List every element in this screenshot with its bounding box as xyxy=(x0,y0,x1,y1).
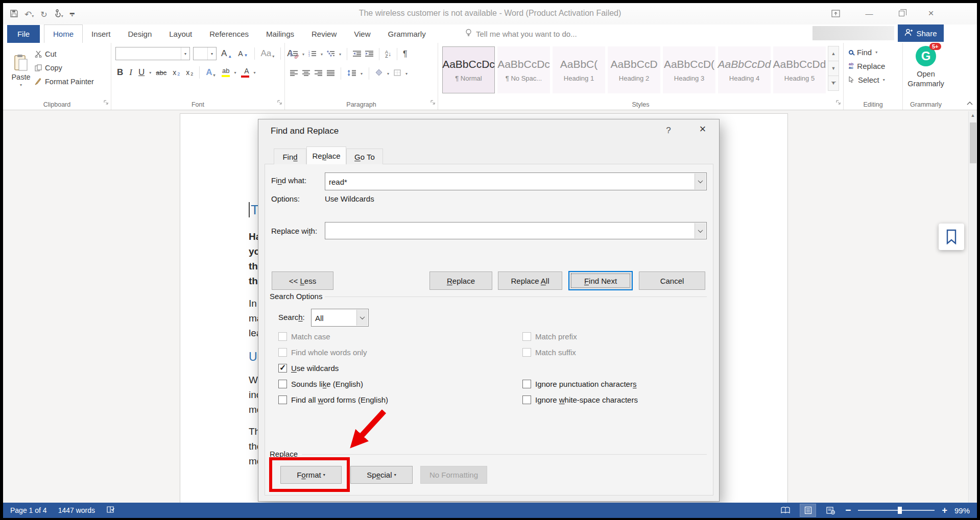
checkbox-sounds-like[interactable]: Sounds like (English) xyxy=(278,379,363,389)
italic-button[interactable]: I xyxy=(128,67,134,78)
search-direction-combo[interactable]: All xyxy=(311,309,369,327)
dialog-tab-find[interactable]: Find xyxy=(274,148,306,164)
pilcrow-icon[interactable]: ¶ xyxy=(403,49,408,59)
tell-me-box[interactable]: Tell me what you want to do... xyxy=(465,24,577,43)
tab-insert[interactable]: Insert xyxy=(83,24,119,43)
tab-review[interactable]: Review xyxy=(303,24,345,43)
dialog-close-button[interactable]: × xyxy=(689,119,716,139)
line-spacing-icon[interactable] xyxy=(347,69,356,78)
checkbox-use-wildcards[interactable]: ✓Use wildcards xyxy=(278,363,339,373)
ribbon-display-options-icon[interactable] xyxy=(828,7,843,19)
tab-grammarly[interactable]: Grammarly xyxy=(379,24,434,43)
minimize-button[interactable]: — xyxy=(862,7,876,19)
scrollbar-thumb[interactable] xyxy=(970,122,976,163)
tab-design[interactable]: Design xyxy=(119,24,161,43)
shrink-font-button[interactable]: A▼ xyxy=(236,49,249,58)
style-heading-2[interactable]: AaBbCcDHeading 2 xyxy=(608,46,660,93)
clipboard-dialog-launcher[interactable] xyxy=(104,98,109,107)
find-button[interactable]: Find▾ xyxy=(849,46,877,58)
find-what-input[interactable]: read* xyxy=(325,172,707,190)
styles-gallery-expand[interactable]: ▼ xyxy=(828,76,839,91)
font-name-combo[interactable]: ▾ xyxy=(115,47,190,60)
style-heading-3[interactable]: AaBbCcD(Heading 3 xyxy=(663,46,715,93)
increase-indent-icon[interactable] xyxy=(365,49,373,59)
justify-icon[interactable] xyxy=(327,69,334,78)
align-right-icon[interactable] xyxy=(315,69,322,78)
checkbox-match-prefix[interactable]: Match prefix xyxy=(522,331,577,341)
copy-button[interactable]: Copy xyxy=(35,62,62,74)
replace-button[interactable]: abac Replace xyxy=(849,60,885,72)
styles-dialog-launcher[interactable] xyxy=(836,98,841,107)
style-no-spacing[interactable]: AaBbCcDc¶ No Spac... xyxy=(497,46,550,93)
text-effects-button[interactable]: A▾ xyxy=(204,67,217,78)
borders-icon[interactable] xyxy=(394,69,401,78)
styles-scroll-up[interactable]: ▲ xyxy=(828,46,839,61)
tab-home[interactable]: Home xyxy=(44,24,83,43)
dialog-help-button[interactable]: ? xyxy=(661,126,676,136)
cut-button[interactable]: Cut xyxy=(35,48,57,60)
bookmark-widget[interactable] xyxy=(939,224,964,250)
bold-button[interactable]: B xyxy=(115,67,125,78)
no-formatting-button[interactable]: No Formatting xyxy=(420,466,487,484)
dialog-tab-replace[interactable]: Replace xyxy=(306,146,346,164)
multilevel-list-icon[interactable] xyxy=(327,49,335,59)
font-size-combo[interactable]: ▾ xyxy=(193,47,217,60)
underline-button[interactable]: U xyxy=(137,67,146,78)
grow-font-button[interactable]: A▲ xyxy=(220,48,233,59)
checkbox-ignore-whitespace[interactable]: Ignore white-space characters xyxy=(522,394,638,405)
scroll-up-icon[interactable]: ▲ xyxy=(969,113,977,118)
vertical-scrollbar[interactable]: ▲ xyxy=(968,111,977,503)
change-case-button[interactable]: Aa▾ xyxy=(259,48,276,59)
style-heading-4[interactable]: AaBbCcDdHeading 4 xyxy=(718,46,771,93)
zoom-out-icon[interactable]: − xyxy=(845,505,851,516)
checkbox-word-forms[interactable]: Find all word forms (English) xyxy=(278,394,388,405)
zoom-in-icon[interactable]: + xyxy=(942,505,947,516)
font-color-button[interactable]: A xyxy=(240,67,251,78)
numbered-list-icon[interactable]: 123 xyxy=(308,49,317,59)
collapse-ribbon-icon[interactable] xyxy=(967,98,973,107)
dialog-tab-goto[interactable]: Go To xyxy=(346,148,383,164)
restore-button[interactable] xyxy=(894,7,909,19)
tab-view[interactable]: View xyxy=(345,24,379,43)
checkbox-match-case[interactable]: Match case xyxy=(278,331,330,341)
checkbox-whole-words[interactable]: Find whole words only xyxy=(278,347,367,357)
replace-button-dialog[interactable]: Replace xyxy=(429,271,492,290)
align-center-icon[interactable] xyxy=(302,69,310,78)
close-button[interactable]: × xyxy=(924,7,938,19)
zoom-slider-thumb[interactable] xyxy=(898,507,902,514)
replace-with-dropdown[interactable] xyxy=(695,223,706,238)
superscript-button[interactable]: x2 xyxy=(184,68,195,77)
account-area[interactable] xyxy=(812,26,894,40)
decrease-indent-icon[interactable] xyxy=(353,49,361,59)
align-left-icon[interactable] xyxy=(290,69,298,78)
style-normal[interactable]: AaBbCcDc¶ Normal xyxy=(442,46,495,93)
checkbox-match-suffix[interactable]: Match suffix xyxy=(522,347,576,357)
select-button[interactable]: Select▾ xyxy=(849,73,885,86)
cancel-button[interactable]: Cancel xyxy=(639,271,705,290)
style-heading-1[interactable]: AaBbC(Heading 1 xyxy=(553,46,605,93)
page-indicator[interactable]: Page 1 of 4 xyxy=(10,506,47,514)
font-dialog-launcher[interactable] xyxy=(277,98,282,107)
paste-button[interactable]: Paste▾ xyxy=(8,46,34,95)
format-painter-button[interactable]: Format Painter xyxy=(35,76,94,88)
replace-with-input[interactable] xyxy=(325,222,707,239)
find-next-button[interactable]: Find Next xyxy=(568,271,633,290)
strikethrough-button[interactable]: abc xyxy=(154,68,168,77)
checkbox-ignore-punctuation[interactable]: Ignore punctuation characters xyxy=(522,379,636,389)
tab-mailings[interactable]: Mailings xyxy=(257,24,303,43)
tab-layout[interactable]: Layout xyxy=(160,24,201,43)
shading-icon[interactable] xyxy=(375,69,383,78)
print-layout-icon[interactable] xyxy=(800,504,816,516)
subscript-button[interactable]: x2 xyxy=(171,68,181,77)
style-heading-5[interactable]: AaBbCcDdHeading 5 xyxy=(773,46,826,93)
search-direction-dropdown[interactable] xyxy=(356,310,368,326)
replace-all-button[interactable]: Replace All xyxy=(498,271,562,290)
web-layout-icon[interactable] xyxy=(823,504,838,516)
zoom-slider[interactable] xyxy=(858,510,935,511)
word-count[interactable]: 1447 words xyxy=(58,506,95,514)
styles-scroll-down[interactable]: ▼ xyxy=(828,61,839,76)
bullet-list-icon[interactable] xyxy=(290,49,298,59)
tab-references[interactable]: References xyxy=(201,24,257,43)
open-grammarly-button[interactable]: OpenGrammarly xyxy=(903,69,949,89)
sort-icon[interactable]: AZ↓ xyxy=(385,50,391,58)
